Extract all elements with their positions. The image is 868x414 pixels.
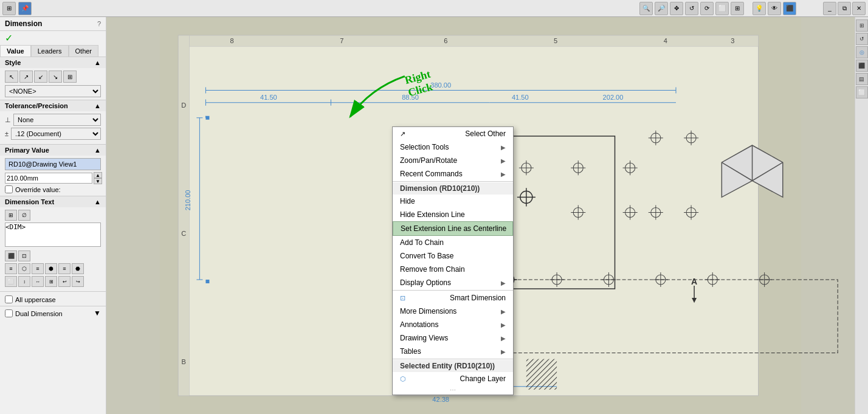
panel-title: Dimension <box>5 19 42 28</box>
value-input-row: ▲ ▼ <box>5 172 101 184</box>
svg-text:D: D <box>181 102 186 109</box>
dim-btn-2[interactable]: ⊡ <box>18 250 30 261</box>
align-btn-3[interactable]: ↔ <box>32 276 44 287</box>
menu-item-drawing-views[interactable]: Drawing Views ▶ <box>393 331 513 345</box>
dual-checkbox[interactable] <box>5 309 13 317</box>
precision-select[interactable]: .12 (Document) <box>11 128 101 140</box>
toolbar-search-icon[interactable]: 🔍 <box>639 2 653 15</box>
toolbar-box-icon[interactable]: ⬜ <box>715 2 729 15</box>
svg-text:42.38: 42.38 <box>432 396 449 403</box>
menu-item-tables[interactable]: Tables ▶ <box>393 345 513 358</box>
window-restore[interactable]: ⧉ <box>838 2 851 15</box>
align-btn-1[interactable]: ⬜ <box>5 276 17 287</box>
dim-align-6[interactable]: ⬣ <box>72 263 84 274</box>
dim-icon-1[interactable]: ⊞ <box>5 210 17 221</box>
align-btn-4[interactable]: ⊞ <box>45 276 57 287</box>
menu-item-select-other[interactable]: ↗ Select Other <box>393 127 513 140</box>
menu-recent-commands-arrow: ▶ <box>501 171 506 178</box>
tab-leaders[interactable]: Leaders <box>31 45 69 57</box>
precision-icon: ± <box>5 130 9 137</box>
menu-item-recent-commands[interactable]: Recent Commands ▶ <box>393 167 513 181</box>
dim-btn-1[interactable]: ⬛ <box>5 250 17 261</box>
menu-item-smart-dimension[interactable]: ⊡ Smart Dimension <box>393 291 513 305</box>
menu-selection-tools-arrow: ▶ <box>501 144 506 151</box>
toolbar-grid2-icon[interactable]: ⊞ <box>731 2 744 15</box>
menu-item-annotations[interactable]: Annotations ▶ <box>393 318 513 331</box>
right-sidebar-icon-1[interactable]: ⊞ <box>856 19 868 32</box>
toolbar-eye-icon[interactable]: 👁 <box>768 2 781 15</box>
menu-item-hide-extension[interactable]: Hide Extension Line <box>393 208 513 221</box>
confirm-check-icon[interactable]: ✓ <box>0 31 106 45</box>
window-close[interactable]: ✕ <box>852 2 866 15</box>
override-checkbox[interactable] <box>5 185 13 193</box>
dimension-text-collapse-icon: ▲ <box>94 198 101 205</box>
svg-rect-3 <box>178 35 189 396</box>
spin-up-btn[interactable]: ▲ <box>94 172 102 178</box>
right-sidebar-icon-6[interactable]: ⬜ <box>856 86 868 98</box>
dim-icon-2[interactable]: ∅ <box>18 210 30 221</box>
toolbar-active-icon[interactable]: ⬛ <box>783 2 796 15</box>
change-layer-icon: ⬡ <box>400 375 406 383</box>
menu-hide-extension-label: Hide Extension Line <box>400 210 465 219</box>
toolbar-sep <box>746 2 751 15</box>
style-btn-4[interactable]: ↘ <box>49 71 62 83</box>
tolerance-section-header[interactable]: Tolerance/Precision ▲ <box>0 100 106 111</box>
svg-text:A: A <box>691 277 697 286</box>
menu-item-display-options[interactable]: Display Options ▶ <box>393 276 513 289</box>
menu-tables-label: Tables <box>400 347 421 356</box>
toolbar-pin-icon[interactable]: 📌 <box>18 2 32 15</box>
dim-align-4[interactable]: ⬢ <box>45 263 57 274</box>
dim-text-area[interactable]: <DIM> <box>5 223 101 247</box>
menu-item-set-extension-centerline[interactable]: Set Extension Line as Centerline <box>393 221 513 236</box>
right-sidebar-icon-3[interactable]: ◎ <box>856 46 868 58</box>
align-btn-2[interactable]: ↕ <box>18 276 30 287</box>
menu-item-hide[interactable]: Hide <box>393 195 513 208</box>
toolbar-zoom-icon[interactable]: 🔎 <box>655 2 668 15</box>
window-minimize[interactable]: _ <box>823 2 836 15</box>
align-btn-6[interactable]: ↪ <box>72 276 84 287</box>
right-sidebar-icon-2[interactable]: ↺ <box>856 33 868 45</box>
menu-item-remove-from-chain[interactable]: Remove from Chain <box>393 263 513 276</box>
primary-value-section: Primary Value ▲ RD10@Drawing View1 ▲ ▼ <box>0 145 106 196</box>
dim-align-2[interactable]: ⬡ <box>18 263 30 274</box>
dim-align-1[interactable]: ≡ <box>5 263 17 274</box>
right-sidebar-icon-5[interactable]: ▤ <box>856 73 868 85</box>
menu-item-selection-tools[interactable]: Selection Tools ▶ <box>393 140 513 154</box>
toolbar-rotate-icon[interactable]: ↺ <box>685 2 698 15</box>
style-btn-1[interactable]: ↖ <box>5 71 18 83</box>
style-btn-5[interactable]: ⊞ <box>63 71 77 83</box>
menu-item-convert-to-base[interactable]: Convert To Base <box>393 249 513 263</box>
style-dropdown[interactable]: <NONE> <box>5 85 101 97</box>
primary-value-header[interactable]: Primary Value ▲ <box>0 145 106 156</box>
left-panel: Dimension ? ✓ Value Leaders Other Style … <box>0 17 106 414</box>
dim-align-3[interactable]: ≡ <box>32 263 44 274</box>
dimension-text-header[interactable]: Dimension Text ▲ <box>0 196 106 207</box>
uppercase-checkbox[interactable] <box>5 295 13 303</box>
dimension-text-label: Dimension Text <box>5 198 54 205</box>
tolerance-collapse-icon: ▲ <box>94 102 101 109</box>
style-section-header[interactable]: Style ▲ <box>0 57 106 68</box>
svg-text:8: 8 <box>230 37 234 44</box>
menu-item-change-layer[interactable]: ⬡ Change Layer <box>393 372 513 385</box>
tolerance-select[interactable]: None <box>13 114 101 126</box>
panel-help-icon[interactable]: ? <box>97 20 101 27</box>
menu-drawing-views-label: Drawing Views <box>400 334 448 342</box>
toolbar-grid-icon[interactable]: ⊞ <box>2 2 16 15</box>
toolbar-refresh-icon[interactable]: ⟳ <box>700 2 714 15</box>
menu-recent-commands-label: Recent Commands <box>400 170 463 178</box>
spin-down-btn[interactable]: ▼ <box>94 178 102 184</box>
tab-other[interactable]: Other <box>69 45 99 57</box>
mm-value-input[interactable] <box>5 173 92 184</box>
right-sidebar-icon-4[interactable]: ⬛ <box>856 60 868 72</box>
dim-align-5[interactable]: ≡ <box>58 263 71 274</box>
toolbar-light-icon[interactable]: 💡 <box>753 2 766 15</box>
tab-value[interactable]: Value <box>0 45 31 57</box>
menu-item-zoom-pan[interactable]: Zoom/Pan/Rotate ▶ <box>393 154 513 167</box>
menu-item-add-to-chain[interactable]: Add To Chain <box>393 236 513 249</box>
menu-item-more-dimensions[interactable]: More Dimensions ▶ <box>393 305 513 318</box>
style-btn-3[interactable]: ↙ <box>34 71 47 83</box>
style-btn-2[interactable]: ↗ <box>19 71 33 83</box>
dual-label: Dual Dimension <box>15 310 63 317</box>
align-btn-5[interactable]: ↩ <box>58 276 71 287</box>
toolbar-pan-icon[interactable]: ✥ <box>670 2 683 15</box>
